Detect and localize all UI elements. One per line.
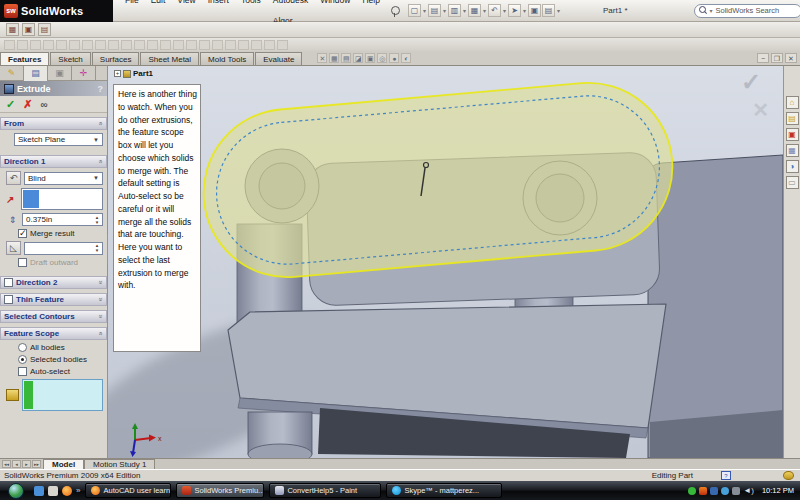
draft-outward-checkbox[interactable] xyxy=(18,258,27,267)
depth-input[interactable]: 0.375in ▲▼ xyxy=(22,213,103,226)
undo-caret-icon[interactable]: ▾ xyxy=(503,7,506,14)
graphics-viewport[interactable]: x + Part1 Here is another thing to watch… xyxy=(108,66,783,458)
explorer-quicklaunch-icon[interactable] xyxy=(48,486,58,496)
model-tab[interactable]: Model xyxy=(43,459,84,469)
view-palette-icon[interactable]: ◑ xyxy=(786,160,799,173)
taskbar-button-autocad[interactable]: AutoCAD user learni... xyxy=(85,483,171,498)
feature-scope-section-header[interactable]: Feature Scope » xyxy=(0,327,107,340)
ok-button[interactable]: ✓ xyxy=(6,98,15,111)
tray-update-icon[interactable] xyxy=(699,487,707,495)
volume-icon[interactable]: ◄) xyxy=(743,486,754,495)
previous-view-icon[interactable]: ▤ xyxy=(341,53,351,63)
tray-antivirus-icon[interactable] xyxy=(688,487,696,495)
confirm-corner-cancel-icon[interactable]: ✕ xyxy=(752,98,769,122)
dimxpert-tab-icon[interactable]: ✛ xyxy=(72,66,96,81)
panel-help-icon[interactable]: ? xyxy=(98,84,104,94)
direction-reference-box[interactable] xyxy=(21,188,103,210)
new-document-icon[interactable]: ▢ xyxy=(408,4,421,17)
selected-bodies-radio[interactable] xyxy=(18,355,27,364)
file-explorer-icon[interactable]: ▣ xyxy=(786,128,799,141)
hide-show-icon[interactable]: ● xyxy=(389,53,399,63)
configurationmanager-tab-icon[interactable]: ▣ xyxy=(48,66,72,81)
spinner-arrows-icon[interactable]: ▲▼ xyxy=(93,214,101,225)
end-condition-dropdown[interactable]: Blind ▼ xyxy=(24,172,103,185)
direction2-checkbox[interactable] xyxy=(4,278,13,287)
firefox-quicklaunch-icon[interactable] xyxy=(62,486,72,496)
taskbar-button-skype[interactable]: Skype™ - mattperez... xyxy=(386,483,502,498)
tab-surfaces[interactable]: Surfaces xyxy=(92,52,140,65)
undo-icon[interactable]: ↶ xyxy=(488,4,501,17)
auto-select-checkbox[interactable] xyxy=(18,367,27,376)
tray-network-icon[interactable] xyxy=(710,487,718,495)
algor-analysis-icon[interactable]: ▤ xyxy=(38,23,51,36)
cancel-button[interactable]: ✗ xyxy=(23,98,32,111)
print-icon[interactable]: ▦ xyxy=(468,4,481,17)
tray-messenger-icon[interactable] xyxy=(721,487,729,495)
options-caret-icon[interactable]: ▾ xyxy=(557,7,560,14)
rebuild-icon[interactable]: ▣ xyxy=(528,4,541,17)
featuremanager-tree-tab-icon[interactable]: ✎ xyxy=(0,66,24,81)
doc-close-icon[interactable]: ✕ xyxy=(785,53,797,63)
reverse-direction-button[interactable]: ↶ xyxy=(6,171,21,185)
print-caret-icon[interactable]: ▾ xyxy=(483,7,486,14)
quick-tips-icon[interactable]: ? xyxy=(721,471,731,480)
start-button[interactable] xyxy=(8,483,24,499)
tab-sketch[interactable]: Sketch xyxy=(50,52,90,65)
direction2-section-header[interactable]: Direction 2 » xyxy=(0,276,107,289)
quicklaunch-chevron-icon[interactable]: » xyxy=(76,486,80,495)
doc-restore-icon[interactable]: ❐ xyxy=(771,53,783,63)
solidworks-search-box[interactable]: ▾ SolidWorks Search xyxy=(694,4,800,18)
confirm-corner-check-icon[interactable]: ✓ xyxy=(741,68,761,96)
tab-features[interactable]: Features xyxy=(0,52,49,65)
options-icon[interactable]: ▤ xyxy=(542,4,555,17)
custom-properties-icon[interactable]: ▭ xyxy=(786,176,799,189)
detailed-preview-icon[interactable]: ∞ xyxy=(40,99,47,110)
zoom-area-icon[interactable]: ▦ xyxy=(329,53,339,63)
search-scope-caret-icon[interactable]: ▾ xyxy=(710,7,713,14)
select-caret-icon[interactable]: ▾ xyxy=(523,7,526,14)
all-bodies-radio[interactable] xyxy=(18,343,27,352)
from-condition-dropdown[interactable]: Sketch Plane ▼ xyxy=(14,133,103,146)
new-caret-icon[interactable]: ▾ xyxy=(423,7,426,14)
model-canvas[interactable]: x xyxy=(108,66,783,458)
tab-scroll-first-icon[interactable]: ◂◂ xyxy=(2,460,11,468)
tab-evaluate[interactable]: Evaluate xyxy=(255,52,302,65)
open-caret-icon[interactable]: ▾ xyxy=(443,7,446,14)
tab-mold-tools[interactable]: Mold Tools xyxy=(200,52,254,65)
algor-mesh-icon[interactable]: ▣ xyxy=(22,23,35,36)
tab-scroll-right-icon[interactable]: ▸ xyxy=(22,460,31,468)
save-caret-icon[interactable]: ▾ xyxy=(463,7,466,14)
draft-angle-input[interactable]: ▲▼ xyxy=(24,242,103,255)
taskbar-clock[interactable]: 10:12 PM xyxy=(762,486,794,495)
view-orientation-icon[interactable]: ▣ xyxy=(365,53,375,63)
show-desktop-icon[interactable] xyxy=(34,486,44,496)
spinner-arrows-icon[interactable]: ▲▼ xyxy=(93,243,101,254)
design-library-icon[interactable]: ▤ xyxy=(786,112,799,125)
section-view-icon[interactable]: ◪ xyxy=(353,53,363,63)
taskbar-button-solidworks[interactable]: SolidWorks Premiu... xyxy=(176,483,264,498)
zoom-fit-icon[interactable]: ✕ xyxy=(317,53,327,63)
solidworks-resources-icon[interactable]: ⌂ xyxy=(786,96,799,109)
feature-tree-flyout[interactable]: + Part1 xyxy=(114,69,153,78)
draft-button[interactable]: ◺ xyxy=(6,241,21,255)
taskbar-button-paint[interactable]: ConvertHelp5 - Paint xyxy=(269,483,381,498)
tray-display-icon[interactable] xyxy=(732,487,740,495)
tab-sheet-metal[interactable]: Sheet Metal xyxy=(140,52,199,65)
thin-feature-section-header[interactable]: Thin Feature » xyxy=(0,293,107,306)
tab-scroll-last-icon[interactable]: ▸▸ xyxy=(32,460,41,468)
tree-expand-icon[interactable]: + xyxy=(114,70,121,77)
direction1-section-header[interactable]: Direction 1 » xyxy=(0,155,107,168)
thin-feature-checkbox[interactable] xyxy=(4,295,13,304)
bodies-to-affect-listbox[interactable] xyxy=(22,379,103,411)
merge-result-checkbox[interactable] xyxy=(18,229,27,238)
select-cursor-icon[interactable]: ➤ xyxy=(508,4,521,17)
from-section-header[interactable]: From » xyxy=(0,117,107,130)
display-style-icon[interactable]: ◎ xyxy=(377,53,387,63)
doc-minimize-icon[interactable]: − xyxy=(757,53,769,63)
open-icon[interactable]: ▤ xyxy=(428,4,441,17)
tab-scroll-left-icon[interactable]: ◂ xyxy=(12,460,21,468)
search-pane-icon[interactable]: ▦ xyxy=(786,144,799,157)
algor-tool-icon[interactable]: ▦ xyxy=(6,23,19,36)
pin-menu-icon[interactable] xyxy=(390,5,400,17)
propertymanager-tab-icon[interactable]: ▤ xyxy=(24,66,48,81)
